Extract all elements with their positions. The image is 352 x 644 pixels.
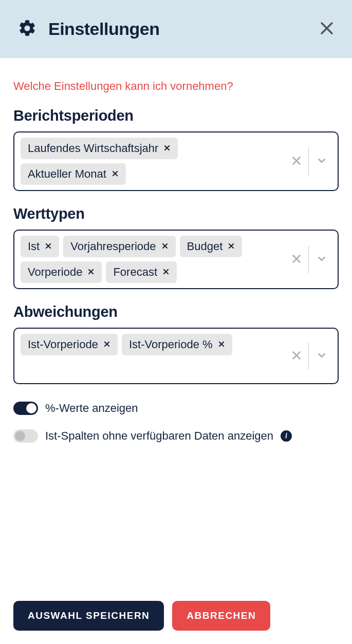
chip-label: Aktueller Monat — [28, 167, 106, 181]
close-icon — [318, 31, 336, 39]
x-icon — [162, 268, 170, 277]
chip: Vorjahresperiode — [63, 236, 175, 257]
divider — [308, 147, 309, 175]
x-icon — [228, 242, 235, 251]
chip-remove-button[interactable] — [44, 242, 53, 251]
chip-remove-button[interactable] — [102, 340, 112, 349]
section-valuetypes: Werttypen Ist Vorjahresperiode Budget Vo… — [13, 205, 339, 289]
x-icon — [218, 340, 225, 349]
chip-label: Budget — [187, 240, 223, 253]
header-left: Einstellungen — [17, 18, 159, 40]
chip: Vorperiode — [21, 261, 102, 283]
multiselect-controls — [284, 132, 338, 190]
dropdown-toggle-button[interactable] — [313, 152, 330, 171]
chevron-down-icon — [316, 350, 327, 363]
multiselect-controls — [284, 329, 338, 383]
toggle-nodata[interactable] — [13, 429, 38, 443]
x-icon — [112, 170, 119, 179]
chip-label: Forecast — [113, 266, 157, 279]
chip: Forecast — [106, 261, 177, 283]
toggle-knob — [26, 403, 36, 413]
chip: Laufendes Wirtschaftsjahr — [21, 138, 178, 159]
multiselect-deviations[interactable]: Ist-Vorperiode Ist-Vorperiode % — [13, 328, 339, 384]
close-button[interactable] — [316, 17, 338, 41]
dropdown-toggle-button[interactable] — [313, 347, 330, 366]
cancel-button[interactable]: ABBRECHEN — [172, 601, 270, 631]
dialog-title: Einstellungen — [48, 19, 159, 39]
multiselect-controls — [284, 231, 338, 288]
chips-area: Ist-Vorperiode Ist-Vorperiode % — [14, 329, 284, 383]
x-icon — [87, 268, 95, 277]
x-icon — [103, 340, 110, 349]
clear-all-button[interactable] — [288, 347, 305, 366]
dialog-content: Welche Einstellungen kann ich vornehmen?… — [0, 58, 352, 644]
chip: Ist-Vorperiode — [21, 334, 118, 355]
x-icon — [163, 144, 171, 153]
section-periods: Berichtsperioden Laufendes Wirtschaftsja… — [13, 107, 339, 191]
toggle-knob — [15, 431, 25, 441]
save-button[interactable]: AUSWAHL SPEICHERN — [13, 601, 164, 631]
clear-all-button[interactable] — [288, 152, 305, 171]
info-icon: i — [285, 432, 287, 440]
chip-remove-button[interactable] — [217, 340, 226, 349]
multiselect-valuetypes[interactable]: Ist Vorjahresperiode Budget Vorperiode F… — [13, 230, 339, 289]
toggle-row-nodata: Ist-Spalten ohne verfügbaren Daten anzei… — [13, 429, 339, 443]
toggle-percent[interactable] — [13, 402, 38, 415]
section-deviations: Abweichungen Ist-Vorperiode Ist-Vorperio… — [13, 304, 339, 384]
multiselect-periods[interactable]: Laufendes Wirtschaftsjahr Aktueller Mona… — [13, 131, 339, 191]
chip-remove-button[interactable] — [161, 268, 171, 277]
toggles-group: %-Werte anzeigen Ist-Spalten ohne verfüg… — [13, 402, 339, 457]
chip-label: Vorperiode — [28, 266, 82, 279]
section-title-periods: Berichtsperioden — [13, 107, 339, 124]
x-icon — [45, 242, 52, 251]
chip: Aktueller Monat — [21, 163, 126, 185]
dialog-header: Einstellungen — [0, 0, 352, 58]
chips-area: Laufendes Wirtschaftsjahr Aktueller Mona… — [14, 132, 284, 190]
help-link[interactable]: Welche Einstellungen kann ich vornehmen? — [13, 80, 339, 93]
gear-icon — [17, 18, 37, 40]
clear-all-button[interactable] — [288, 250, 305, 269]
x-icon — [291, 350, 302, 363]
chip-remove-button[interactable] — [86, 268, 96, 277]
chip-remove-button[interactable] — [110, 170, 120, 179]
chip: Ist-Vorperiode % — [122, 334, 232, 355]
chip-label: Vorjahresperiode — [70, 240, 156, 253]
dialog-footer: AUSWAHL SPEICHERN ABBRECHEN — [13, 601, 339, 631]
section-title-deviations: Abweichungen — [13, 304, 339, 320]
divider — [308, 245, 309, 273]
chip-label: Ist-Vorperiode % — [129, 338, 213, 351]
chips-area: Ist Vorjahresperiode Budget Vorperiode F… — [14, 231, 284, 288]
chip-remove-button[interactable] — [162, 144, 172, 153]
toggle-label-nodata: Ist-Spalten ohne verfügbaren Daten anzei… — [45, 429, 273, 443]
x-icon — [161, 242, 169, 251]
info-button[interactable]: i — [281, 430, 292, 442]
chip-label: Laufendes Wirtschaftsjahr — [28, 142, 158, 155]
chip-label: Ist-Vorperiode — [28, 338, 98, 351]
chevron-down-icon — [316, 253, 327, 266]
x-icon — [291, 155, 302, 168]
x-icon — [291, 253, 302, 266]
chevron-down-icon — [316, 155, 327, 168]
toggle-label-percent: %-Werte anzeigen — [45, 402, 138, 415]
dropdown-toggle-button[interactable] — [313, 250, 330, 269]
divider — [308, 342, 309, 370]
chip: Budget — [180, 236, 243, 257]
toggle-row-percent: %-Werte anzeigen — [13, 402, 339, 415]
chip: Ist — [21, 236, 59, 257]
chip-label: Ist — [28, 240, 40, 253]
section-title-valuetypes: Werttypen — [13, 205, 339, 222]
chip-remove-button[interactable] — [160, 242, 170, 251]
chip-remove-button[interactable] — [227, 242, 236, 251]
